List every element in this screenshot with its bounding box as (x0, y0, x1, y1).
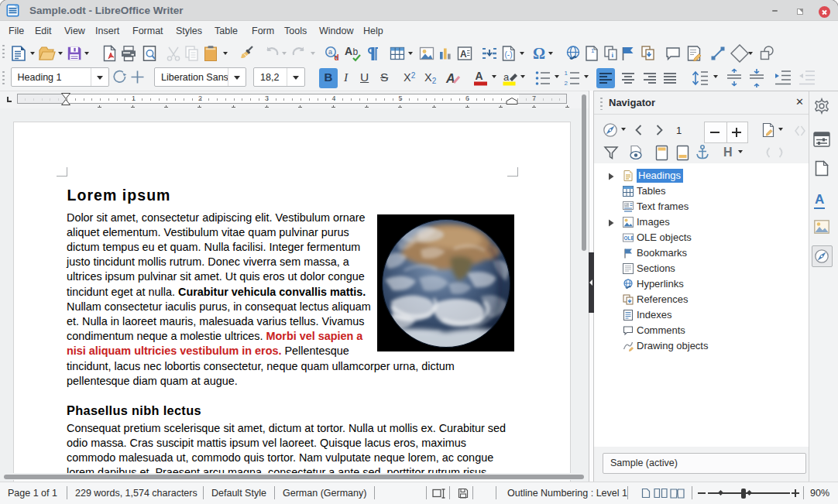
svg-text:1: 1 (591, 47, 595, 54)
svg-text:(-): (-) (505, 50, 513, 59)
svg-text:A: A (476, 70, 483, 82)
svg-text:A: A (445, 72, 455, 85)
svg-text:d: d (335, 53, 339, 62)
svg-text:a: a (503, 71, 510, 83)
svg-text:A: A (460, 49, 467, 60)
svg-text:2: 2 (565, 80, 568, 87)
svg-text:A: A (345, 45, 352, 57)
svg-text:Ω: Ω (533, 45, 545, 62)
svg-text:1: 1 (565, 70, 568, 77)
svg-text:b: b (352, 46, 358, 57)
svg-text:a: a (328, 48, 332, 56)
svg-text:OLE: OLE (624, 235, 634, 241)
